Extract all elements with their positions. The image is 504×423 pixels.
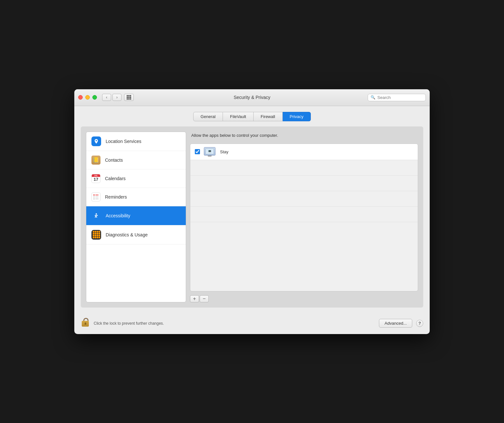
close-button[interactable] [78, 95, 83, 100]
sidebar-item-contacts[interactable]: 📒 Contacts [86, 151, 186, 169]
sidebar-label-diagnostics: Diagnostics & Usage [106, 232, 148, 237]
calendar-month: JUL [92, 174, 100, 177]
reminders-icon [91, 192, 100, 201]
app-checkbox-stay[interactable] [195, 149, 200, 154]
sidebar-item-diagnostics[interactable]: Diagnostics & Usage [86, 225, 186, 244]
apps-list: 💻 Stay [190, 144, 418, 291]
list-actions: + − [190, 295, 418, 302]
search-box[interactable]: 🔍 [368, 94, 426, 101]
lock-label: Click the lock to prevent further change… [94, 321, 375, 326]
bottom-bar: Click the lock to prevent further change… [74, 314, 430, 334]
sidebar-label-contacts: Contacts [105, 157, 123, 163]
sidebar-item-location[interactable]: Location Services [86, 132, 186, 151]
maximize-button[interactable] [92, 95, 97, 100]
window-title: Security & Privacy [234, 95, 270, 100]
sidebar-label-accessibility: Accessibility [106, 213, 130, 218]
tab-general[interactable]: General [193, 112, 223, 121]
main-panel: Location Services 📒 Contacts JUL 17 Cale… [81, 126, 423, 308]
nav-buttons: ‹ › [102, 94, 121, 101]
tab-privacy[interactable]: Privacy [283, 112, 311, 121]
lock-body [82, 321, 89, 327]
traffic-lights [78, 95, 97, 100]
main-window: ‹ › Security & Privacy 🔍 General FileVau… [74, 89, 430, 334]
grid-menu-button[interactable] [124, 94, 134, 101]
lock-button[interactable] [81, 318, 90, 329]
minimize-button[interactable] [85, 95, 90, 100]
svg-point-0 [96, 213, 97, 214]
location-icon [91, 136, 101, 146]
help-button[interactable]: ? [416, 320, 423, 327]
forward-button[interactable]: › [112, 94, 121, 101]
titlebar: ‹ › Security & Privacy 🔍 [74, 89, 430, 106]
app-icon-stay: 💻 [204, 147, 215, 157]
description-text: Allow the apps below to control your com… [190, 132, 418, 140]
calendar-day: 17 [92, 177, 100, 182]
sidebar-item-reminders[interactable]: Reminders [86, 188, 186, 206]
lock-keyhole [85, 322, 86, 325]
app-item-stay: 💻 Stay [190, 144, 418, 160]
back-button[interactable]: ‹ [102, 94, 111, 101]
remove-app-button[interactable]: − [200, 295, 209, 302]
tab-filevault[interactable]: FileVault [223, 112, 254, 121]
search-input[interactable] [377, 95, 423, 100]
sidebar-label-location: Location Services [106, 139, 142, 144]
grid-icon [127, 95, 131, 100]
diagnostics-icon [91, 230, 101, 240]
sidebar-item-calendars[interactable]: JUL 17 Calendars [86, 169, 186, 188]
tab-firewall[interactable]: Firewall [254, 112, 283, 121]
add-app-button[interactable]: + [190, 295, 199, 302]
empty-area [190, 160, 418, 238]
contacts-icon: 📒 [91, 156, 100, 165]
sidebar-label-calendars: Calendars [105, 176, 126, 181]
right-panel: Allow the apps below to control your com… [190, 132, 418, 302]
advanced-button[interactable]: Advanced... [379, 319, 412, 328]
sidebar: Location Services 📒 Contacts JUL 17 Cale… [86, 132, 186, 302]
accessibility-icon [91, 211, 101, 221]
app-name-stay: Stay [220, 149, 228, 154]
calendars-icon: JUL 17 [91, 174, 100, 183]
tabs-bar: General FileVault Firewall Privacy [81, 112, 423, 121]
sidebar-label-reminders: Reminders [105, 194, 127, 200]
sidebar-item-accessibility[interactable]: Accessibility [86, 206, 186, 225]
search-icon: 🔍 [371, 95, 375, 100]
content-area: General FileVault Firewall Privacy Locat… [74, 106, 430, 314]
